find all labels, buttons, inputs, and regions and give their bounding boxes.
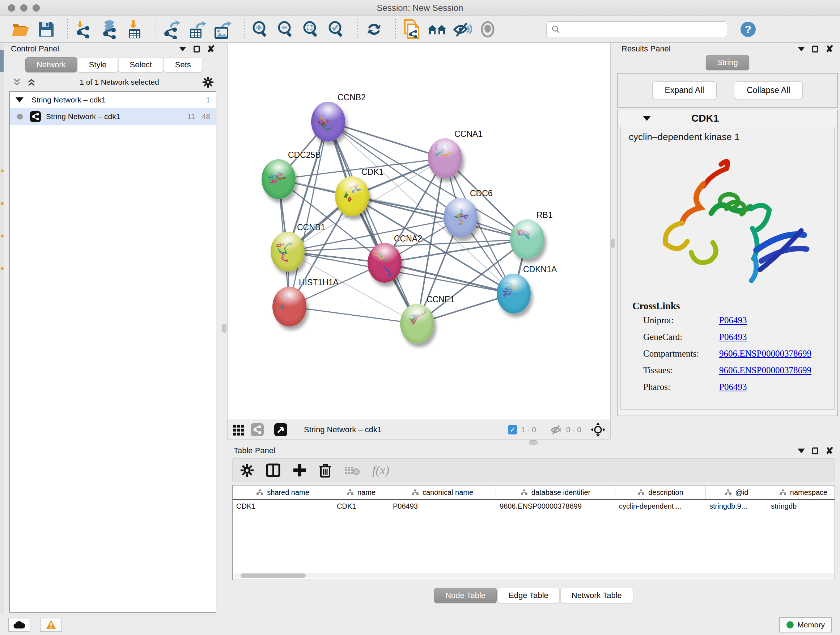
expand-all-button[interactable]: Expand All — [652, 81, 717, 99]
zoom-window-button[interactable] — [33, 4, 40, 11]
export-network-button[interactable] — [162, 20, 182, 39]
tab-network-table[interactable]: Network Table — [561, 588, 633, 603]
network-node-CDKN1A[interactable] — [497, 274, 531, 314]
gene-expander-icon[interactable] — [643, 116, 651, 121]
export-table-button[interactable] — [187, 20, 208, 39]
table-cell[interactable]: cyclin-dependent ... — [615, 500, 706, 513]
zoom-out-button[interactable] — [276, 20, 296, 39]
scrollbar-thumb[interactable] — [240, 573, 306, 578]
column-header-description[interactable]: description — [615, 486, 706, 499]
add-column-icon[interactable] — [293, 463, 306, 477]
table-cell[interactable]: stringdb — [767, 500, 835, 513]
houses-button[interactable] — [427, 20, 447, 39]
eye-button[interactable] — [477, 20, 498, 39]
zoom-selected-button[interactable] — [326, 20, 347, 39]
tab-select[interactable]: Select — [118, 57, 163, 73]
import-database-button[interactable] — [99, 20, 119, 39]
panel-close-icon[interactable]: ✘ — [207, 45, 215, 52]
network-node-CDK1[interactable] — [335, 176, 369, 216]
column-header-name[interactable]: name — [333, 486, 389, 499]
column-header-shared-name[interactable]: shared name — [233, 486, 333, 499]
network-node-CCNB1[interactable] — [271, 232, 305, 272]
column-header-database-identifier[interactable]: database identifier — [496, 486, 615, 499]
share-view-icon[interactable] — [251, 423, 264, 436]
network-view-toolbar: String Network – cdk1 ✓ 1 - 0 0 - 0 — [227, 420, 610, 439]
memory-button[interactable]: Memory — [779, 617, 832, 632]
network-node-CCNA2[interactable] — [368, 243, 401, 283]
network-node-CCNE1[interactable] — [400, 304, 434, 344]
tab-style[interactable]: Style — [78, 57, 118, 73]
help-button[interactable]: ? — [738, 20, 758, 39]
network-collection-row[interactable]: String Network – cdk1 1 — [10, 92, 216, 108]
horizontal-splitter-handle[interactable] — [529, 440, 538, 445]
collapse-all-button[interactable]: Collapse All — [734, 81, 803, 99]
table-cell[interactable]: 9606.ENSP00000378699 — [496, 500, 615, 513]
panel-close-icon[interactable]: ✘ — [826, 45, 834, 52]
open-session-button[interactable] — [11, 20, 31, 39]
table-cell[interactable]: CDK1 — [233, 500, 333, 513]
crosslink-link[interactable]: P06493 — [719, 315, 747, 325]
search-input[interactable] — [561, 25, 720, 34]
table-cell[interactable]: P06493 — [389, 500, 496, 513]
import-table-button[interactable] — [125, 20, 145, 39]
panel-float-icon[interactable] — [812, 448, 818, 454]
column-type-icon — [521, 489, 528, 496]
table-row[interactable]: CDK1CDK1P064939606.ENSP00000378699cyclin… — [233, 500, 835, 513]
network-node-CCNA1[interactable] — [428, 138, 462, 178]
clone-network-button[interactable] — [401, 20, 422, 39]
tab-node-table[interactable]: Node Table — [434, 588, 497, 603]
table-horizontal-scrollbar[interactable] — [234, 573, 835, 578]
panel-float-icon[interactable] — [194, 46, 200, 52]
column-header-namespace[interactable]: namespace — [767, 486, 835, 499]
column-type-icon — [412, 489, 419, 496]
network-row[interactable]: String Network – cdk1 11 48 — [10, 108, 216, 125]
zoom-fit-button[interactable] — [301, 20, 321, 39]
grid-mode-icon[interactable] — [233, 424, 245, 436]
network-node-RB1[interactable] — [510, 219, 544, 259]
import-network-button[interactable] — [74, 20, 94, 39]
tab-edge-table[interactable]: Edge Table — [497, 588, 560, 603]
delete-column-icon[interactable] — [319, 463, 332, 478]
network-node-CDC25B[interactable] — [262, 159, 295, 199]
table-cell[interactable]: stringdb:9... — [706, 500, 767, 513]
warning-status-button[interactable] — [40, 618, 62, 632]
show-columns-icon[interactable] — [266, 463, 280, 478]
selected-indicator-checkbox[interactable]: ✓ — [508, 425, 517, 434]
detach-view-icon[interactable] — [274, 423, 287, 436]
refresh-button[interactable] — [364, 20, 384, 39]
tab-sets[interactable]: Sets — [164, 57, 202, 73]
column-header-@id[interactable]: @id — [706, 486, 767, 499]
crosslink-link[interactable]: 9606.ENSP00000378699 — [719, 348, 812, 359]
crosslink-link[interactable]: 9606.ENSP00000378699 — [719, 365, 812, 375]
minimize-window-button[interactable] — [20, 4, 27, 11]
panel-minimize-icon[interactable] — [179, 47, 186, 51]
crosslink-link[interactable]: P06493 — [719, 382, 747, 392]
table-cell[interactable]: CDK1 — [333, 500, 389, 513]
crosslink-link[interactable]: P06493 — [719, 332, 747, 342]
tab-string[interactable]: String — [706, 55, 749, 70]
close-window-button[interactable] — [8, 4, 15, 11]
gene-header-row[interactable]: CDK1 — [617, 110, 837, 127]
gear-icon[interactable] — [202, 77, 213, 88]
network-node-CDC6[interactable] — [444, 198, 477, 238]
tab-network[interactable]: Network — [25, 57, 77, 73]
table-settings-gear-icon[interactable] — [240, 464, 254, 477]
show-hide-button[interactable] — [452, 20, 472, 39]
network-canvas[interactable]: CCNB2CCNA1CDC25BCDK1CDC6RB1CCNB1CCNA2CDK… — [227, 43, 610, 420]
panel-close-icon[interactable]: ✘ — [826, 447, 834, 454]
panel-float-icon[interactable] — [812, 46, 818, 52]
save-session-button[interactable] — [36, 20, 57, 39]
cloud-status-button[interactable] — [8, 618, 30, 632]
export-image-button[interactable] — [213, 20, 233, 39]
column-header-canonical-name[interactable]: canonical name — [389, 486, 496, 499]
panel-minimize-icon[interactable] — [798, 47, 805, 51]
collection-expander-icon[interactable] — [16, 97, 24, 103]
network-node-CCNB2[interactable] — [311, 102, 345, 141]
zoom-in-button[interactable] — [250, 20, 271, 39]
left-splitter-handle[interactable] — [222, 324, 226, 333]
network-node-HIST1H1A[interactable] — [272, 287, 306, 326]
panel-minimize-icon[interactable] — [798, 448, 805, 453]
collapse-all-icon[interactable] — [12, 78, 22, 87]
birdseye-navigator-icon[interactable] — [591, 423, 605, 437]
expand-all-icon[interactable] — [27, 78, 36, 87]
